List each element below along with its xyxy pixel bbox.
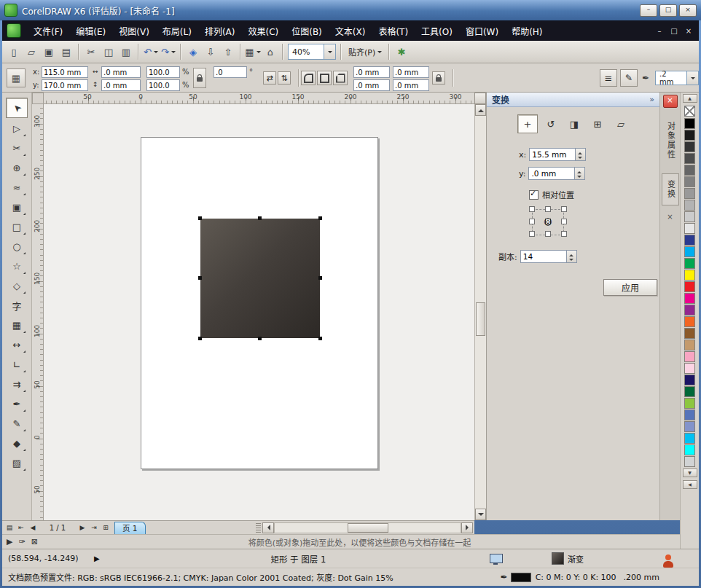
palette-swatch[interactable] (684, 176, 695, 187)
selection-handle[interactable] (198, 216, 202, 220)
zoom-level-combobox[interactable]: 40% (288, 44, 336, 60)
object-height-input[interactable] (101, 79, 141, 91)
import-button[interactable]: ⇩ (202, 43, 219, 60)
basic-shapes-tool[interactable]: ◇ (7, 276, 27, 295)
rotation-angle-input[interactable] (214, 66, 247, 78)
menu-item-help[interactable]: 帮助(H) (505, 22, 549, 40)
docker-tab-close-icon[interactable]: × (667, 213, 673, 221)
palette-swatch[interactable] (684, 363, 695, 374)
palette-swatch[interactable] (684, 421, 695, 432)
anchor-cell[interactable] (529, 219, 535, 224)
ruler-origin-button[interactable] (32, 93, 44, 104)
anchor-point-selector[interactable] (529, 206, 567, 238)
redo-dropdown-icon[interactable] (171, 51, 176, 55)
menu-item-tools[interactable]: 工具(O) (415, 22, 459, 40)
palette-swatch[interactable] (684, 200, 695, 211)
snap-to-dropdown[interactable]: 贴齐(P) (345, 44, 385, 60)
scroll-left-button[interactable] (262, 522, 274, 533)
scroll-down-button[interactable] (475, 509, 486, 520)
selection-handle[interactable] (198, 276, 202, 280)
table-tool[interactable]: ▦ (7, 315, 27, 334)
scale-mirror-mode-button[interactable]: ◨ (564, 114, 584, 133)
palette-swatch[interactable] (684, 188, 695, 199)
launcher-dropdown-icon[interactable] (256, 51, 261, 55)
anchor-cell[interactable] (545, 206, 551, 212)
doc-close-button[interactable]: × (681, 27, 696, 35)
menu-item-arrange[interactable]: 排列(A) (198, 22, 242, 40)
palette-swatch[interactable] (684, 246, 695, 257)
scalloped-corner-button[interactable] (317, 71, 332, 85)
palette-swatch[interactable] (684, 316, 695, 327)
minimize-button[interactable]: – (640, 4, 657, 17)
object-y-input[interactable] (42, 79, 88, 91)
palette-swatch[interactable] (684, 398, 695, 409)
menu-item-edit[interactable]: 编辑(E) (69, 22, 112, 40)
shape-tool[interactable]: ▷ (7, 119, 27, 138)
selection-handle[interactable] (318, 337, 322, 340)
selection-handle[interactable] (318, 216, 322, 220)
zoom-tool[interactable]: ⊕ (7, 158, 27, 177)
menu-item-view[interactable]: 视图(V) (112, 22, 156, 40)
docker-title-bar[interactable]: 变换 » (487, 93, 659, 107)
welcome-screen-button[interactable]: ⌂ (262, 43, 279, 60)
object-width-input[interactable] (101, 66, 141, 78)
anchor-cell[interactable] (561, 206, 567, 212)
palette-swatch[interactable] (684, 281, 695, 292)
outline-pen-dialog-button[interactable]: ✎ (620, 69, 638, 87)
palette-swatch[interactable] (684, 130, 695, 141)
palette-swatch[interactable] (684, 153, 695, 164)
scale-y-input[interactable] (146, 79, 180, 91)
lock-ratio-button[interactable] (193, 68, 206, 88)
scroll-up-button[interactable] (475, 104, 486, 116)
palette-swatch[interactable] (684, 409, 695, 420)
size-mode-button[interactable]: ⊞ (587, 114, 608, 133)
round-corner-button[interactable] (301, 71, 316, 85)
tab-object-properties[interactable]: 对象属性 (662, 115, 679, 166)
selection-handle[interactable] (198, 337, 202, 340)
menu-item-effects[interactable]: 效果(C) (241, 22, 285, 40)
palette-swatch[interactable] (684, 293, 695, 304)
palette-swatch[interactable] (684, 211, 695, 222)
palette-swatch[interactable] (684, 375, 695, 385)
horizontal-scrollbar-thumb[interactable] (348, 523, 388, 533)
palette-swatch[interactable] (684, 328, 695, 339)
doc-restore-button[interactable]: □ (667, 27, 681, 35)
menu-item-table[interactable]: 表格(T) (372, 22, 415, 40)
palette-swatch[interactable] (684, 258, 695, 269)
spinner-down-icon[interactable] (576, 154, 585, 160)
docker-y-input[interactable] (528, 167, 575, 180)
no-color-swatch[interactable] (684, 106, 695, 117)
eyedropper-icon[interactable]: ✑ (18, 537, 25, 546)
save-button[interactable]: ▣ (40, 43, 58, 60)
wrap-text-button[interactable]: ≡ (600, 69, 617, 87)
anchor-cell[interactable] (545, 231, 551, 237)
tray-play-icon[interactable]: ▶ (7, 537, 12, 546)
close-button[interactable]: × (679, 4, 697, 17)
vertical-scrollbar-thumb[interactable] (476, 302, 485, 336)
maximize-button[interactable]: □ (659, 4, 677, 17)
previous-page-button[interactable]: ◀ (27, 522, 39, 533)
page-tab-1[interactable]: 页 1 (114, 522, 146, 534)
anchor-cell[interactable] (561, 231, 567, 237)
menu-item-layout[interactable]: 布局(L) (156, 22, 198, 40)
relative-position-checkbox[interactable] (529, 190, 539, 200)
vertical-ruler[interactable]: 300 250 200 150 100 50 0 50 (32, 104, 44, 520)
position-mode-button[interactable]: + (517, 114, 538, 133)
scroll-right-button[interactable] (461, 522, 473, 533)
text-tool[interactable]: 字 (7, 296, 27, 315)
rotate-mode-button[interactable]: ↺ (541, 114, 561, 133)
selection-handle[interactable] (318, 276, 322, 280)
first-page-button[interactable]: ⇤ (15, 522, 27, 533)
redo-button[interactable]: ↷ (160, 43, 177, 60)
docker-collapse-button[interactable]: » (649, 95, 654, 104)
outline-width-combobox[interactable]: .2 mm (655, 71, 699, 85)
docker-close-button[interactable]: × (663, 95, 678, 108)
spinner-down-icon[interactable] (575, 173, 584, 179)
spinner-up-icon[interactable] (576, 149, 585, 154)
copies-input[interactable] (520, 250, 567, 263)
outline-width-value[interactable]: .2 mm (656, 70, 686, 86)
palette-swatch[interactable] (684, 433, 695, 444)
palette-swatch[interactable] (684, 351, 695, 362)
ellipse-tool[interactable]: ○ (7, 237, 27, 256)
user-account-icon[interactable] (662, 554, 675, 568)
